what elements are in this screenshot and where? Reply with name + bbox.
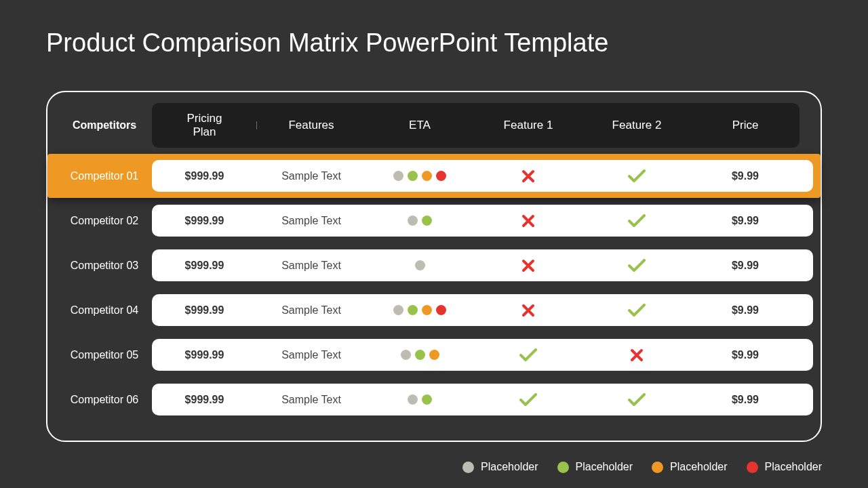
cell-feature1 [474,249,583,281]
row-pill: $999.99Sample Text$9.99 [152,249,813,281]
cell-feature1 [474,160,583,192]
legend-label: Placeholder [670,461,728,473]
legend-dot-gray-icon [462,462,474,473]
eta-dot-green [408,171,418,181]
cell-eta [366,294,474,326]
cell-pricing: $999.99 [152,339,257,371]
cell-feature2 [583,249,691,281]
header-row: Competitors PricingPlanFeaturesETAFeatur… [57,103,811,148]
cell-pricing: $999.99 [152,160,257,192]
cross-icon [521,304,535,317]
legend-item-red: Placeholder [747,461,823,473]
cell-features: Sample Text [257,205,366,237]
cell-pricing: $999.99 [152,249,257,281]
comparison-matrix: Competitors PricingPlanFeaturesETAFeatur… [46,91,822,442]
legend-dot-red-icon [747,462,758,473]
cell-pricing: $999.99 [152,294,257,326]
row-pill: $999.99Sample Text$9.99 [152,160,813,192]
check-icon [628,393,646,407]
check-icon [628,304,646,317]
header-col-5: Price [691,119,800,132]
cell-features: Sample Text [257,384,366,415]
eta-dot-gray [393,305,403,315]
eta-dot-gray [415,260,425,270]
row-pill: $999.99Sample Text$9.99 [152,339,813,371]
table-row: Competitor 06$999.99Sample Text$9.99 [57,384,811,415]
cell-pricing: $999.99 [152,384,257,415]
header-col-0: PricingPlan [152,112,257,138]
legend-label: Placeholder [576,461,633,473]
row-label: Competitor 05 [57,349,152,361]
cell-feature2 [583,384,691,415]
eta-dot-gray [393,171,403,181]
cell-price: $9.99 [691,339,800,371]
eta-dot-red [436,171,446,181]
cross-icon [630,348,644,362]
cell-price: $9.99 [691,205,800,237]
header-col-2: ETA [366,119,474,132]
cell-eta [366,249,474,281]
row-label: Competitor 03 [57,260,152,272]
eta-dot-green [422,216,432,226]
eta-dot-gray [408,394,418,405]
legend-dot-green-icon [557,462,569,473]
cell-features: Sample Text [257,339,366,371]
table-row: Competitor 04$999.99Sample Text$9.99 [57,294,811,326]
legend-item-green: Placeholder [557,461,633,473]
eta-dot-orange [422,171,432,181]
table-row: Competitor 01$999.99Sample Text$9.99 [57,160,811,192]
table-row: Competitor 02$999.99Sample Text$9.99 [57,205,811,237]
legend-label: Placeholder [481,461,538,473]
row-pill: $999.99Sample Text$9.99 [152,384,813,415]
cross-icon [521,214,535,228]
cell-features: Sample Text [257,160,366,192]
cell-eta [366,205,474,237]
page-title: Product Comparison Matrix PowerPoint Tem… [0,0,868,58]
cell-feature1 [474,339,583,371]
cell-price: $9.99 [691,294,800,326]
cell-features: Sample Text [257,294,366,326]
cell-price: $9.99 [691,160,800,192]
check-icon [519,348,537,362]
cell-price: $9.99 [691,249,800,281]
table-row: Competitor 03$999.99Sample Text$9.99 [57,249,811,281]
row-pill: $999.99Sample Text$9.99 [152,205,813,237]
cell-feature2 [583,339,691,371]
eta-dot-orange [429,350,439,360]
row-label: Competitor 02 [57,215,152,227]
eta-dot-green [422,394,432,405]
legend-label: Placeholder [765,461,823,473]
header-columns-pill: PricingPlanFeaturesETAFeature 1Feature 2… [152,103,800,148]
header-col-4: Feature 2 [583,119,691,132]
cell-features: Sample Text [257,249,366,281]
header-col-3: Feature 1 [474,119,583,132]
eta-dot-gray [401,350,411,360]
cell-feature2 [583,294,691,326]
eta-dot-green [408,305,418,315]
cell-feature1 [474,205,583,237]
cell-feature1 [474,294,583,326]
cell-feature1 [474,384,583,415]
check-icon [628,169,646,183]
cell-eta [366,384,474,415]
legend-item-orange: Placeholder [652,461,728,473]
eta-dot-orange [422,305,432,315]
row-label: Competitor 06 [57,394,152,406]
cell-pricing: $999.99 [152,205,257,237]
row-label: Competitor 04 [57,304,152,317]
header-col-1: Features [257,119,366,132]
legend: PlaceholderPlaceholderPlaceholderPlaceho… [462,461,822,473]
header-competitors: Competitors [57,119,152,131]
eta-dot-red [436,305,446,315]
row-pill: $999.99Sample Text$9.99 [152,294,813,326]
table-row: Competitor 05$999.99Sample Text$9.99 [57,339,811,371]
cross-icon [521,169,535,183]
cell-feature2 [583,160,691,192]
row-label: Competitor 01 [57,170,152,182]
eta-dot-gray [408,216,418,226]
legend-dot-orange-icon [652,462,663,473]
cell-eta [366,160,474,192]
check-icon [519,393,537,407]
cross-icon [521,259,535,272]
legend-item-gray: Placeholder [462,461,538,473]
